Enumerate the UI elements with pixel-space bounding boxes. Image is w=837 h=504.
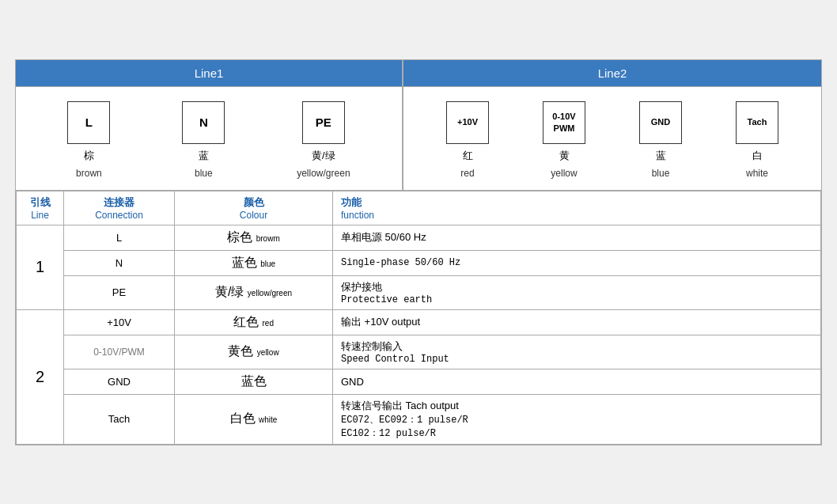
cell-colour: 黄色 yellow xyxy=(175,335,333,369)
function-en: Protective earth xyxy=(341,294,812,305)
connector-item: GND 蓝 blue xyxy=(639,101,682,179)
function-cn: 保护接地 xyxy=(341,280,812,294)
cell-connector: 0-10V/PWM xyxy=(64,335,175,369)
cell-colour: 红色 red xyxy=(175,309,333,335)
connector-label-cn: 黄/绿 xyxy=(312,149,335,163)
cell-function: 转速控制输入Speed Control Input xyxy=(333,335,821,369)
connector-item: +10V 红 red xyxy=(446,101,489,179)
cell-colour: 黄/绿 yellow/green xyxy=(175,275,333,309)
connector-label-cn: 白 xyxy=(752,149,763,163)
function-en: EC072、EC092：1 pulse/R xyxy=(341,413,812,426)
header-line1: Line1 xyxy=(16,60,403,86)
function-cn: GND xyxy=(341,376,812,388)
function-cn: 转速信号输出 Tach output xyxy=(341,399,812,413)
cell-connector: PE xyxy=(64,275,175,309)
cell-colour: 蓝色 blue xyxy=(175,250,333,275)
connector-item: Tach 白 white xyxy=(736,101,778,179)
connector-label-cn: 蓝 xyxy=(199,149,209,163)
cell-connector: Tach xyxy=(64,394,175,444)
connector-item: 0-10VPWM 黄 yellow xyxy=(543,101,585,179)
function-en: Speed Control Input xyxy=(341,354,812,365)
header-colour: 颜色 Colour xyxy=(175,191,333,225)
header-function: 功能 function xyxy=(333,191,821,225)
connector-label-en: yellow/green xyxy=(297,168,350,179)
cell-function: 单相电源 50/60 Hz xyxy=(333,225,821,250)
connector-item: PE 黄/绿 yellow/green xyxy=(297,101,350,179)
connector-label-en: white xyxy=(746,168,768,179)
function-cn: 输出 +10V output xyxy=(341,315,812,329)
connector-label-en: brown xyxy=(76,168,102,179)
header-line: 引线 Line xyxy=(17,191,64,225)
cell-line-number: 2 xyxy=(17,309,64,444)
cell-connector: +10V xyxy=(64,309,175,335)
cell-line-number: 1 xyxy=(17,225,64,309)
header-connection: 连接器 Connection xyxy=(64,191,175,225)
header-row: Line1 Line2 xyxy=(16,60,821,87)
connector-box: N xyxy=(182,101,225,144)
function-cn: 转速控制输入 xyxy=(341,339,812,354)
cell-function: 保护接地Protective earth xyxy=(333,275,821,309)
cell-function: Single-phase 50/60 Hz xyxy=(333,250,821,275)
connector-item: L 棕 brown xyxy=(67,101,110,179)
connector-box: PE xyxy=(302,101,345,144)
connector-label-en: yellow xyxy=(551,168,577,179)
cell-connector: L xyxy=(64,225,175,250)
table-row: 2+10V红色 red输出 +10V output xyxy=(17,309,821,335)
connector-box: GND xyxy=(639,101,682,144)
cell-connector: GND xyxy=(64,369,175,394)
connector-label-cn: 红 xyxy=(463,149,473,163)
connector-label-cn: 棕 xyxy=(84,149,94,163)
function-en: Single-phase 50/60 Hz xyxy=(341,257,812,268)
connector-label-en: red xyxy=(460,168,474,179)
table-row: GND蓝色GND xyxy=(17,369,821,394)
table-row: Tach白色 white转速信号输出 Tach outputEC072、EC09… xyxy=(17,394,821,444)
connector-box: +10V xyxy=(446,101,489,144)
function-en: EC102：12 pulse/R xyxy=(341,426,812,440)
table-header-row: 引线 Line 连接器 Connection 颜色 Colour 功能 func… xyxy=(17,191,821,225)
connector-item: N 蓝 blue xyxy=(182,101,225,179)
connector-box: L xyxy=(67,101,110,144)
connector-box: 0-10VPWM xyxy=(543,101,585,144)
cell-function: GND xyxy=(333,369,821,394)
table-row: 0-10V/PWM黄色 yellow转速控制输入Speed Control In… xyxy=(17,335,821,369)
main-container: Line1 Line2 L 棕 brown N 蓝 blue PE 黄/绿 ye… xyxy=(15,59,822,445)
connector-label-cn: 黄 xyxy=(559,149,570,163)
function-cn: 单相电源 50/60 Hz xyxy=(341,230,812,244)
cell-function: 输出 +10V output xyxy=(333,309,821,335)
cell-connector: N xyxy=(64,250,175,275)
cell-colour: 棕色 browm xyxy=(175,225,333,250)
diagram-row: L 棕 brown N 蓝 blue PE 黄/绿 yellow/green +… xyxy=(16,87,821,191)
diagram-line2: +10V 红 red 0-10VPWM 黄 yellow GND 蓝 blue … xyxy=(403,87,821,190)
cell-function: 转速信号输出 Tach outputEC072、EC092：1 pulse/RE… xyxy=(333,394,821,444)
table-row: N蓝色 blueSingle-phase 50/60 Hz xyxy=(17,250,821,275)
cell-colour: 蓝色 xyxy=(175,369,333,394)
connector-label-en: blue xyxy=(195,168,213,179)
header-line2: Line2 xyxy=(403,60,821,86)
table-row: 1L棕色 browm单相电源 50/60 Hz xyxy=(17,225,821,250)
connector-label-cn: 蓝 xyxy=(656,149,666,163)
table-wrapper: 引线 Line 连接器 Connection 颜色 Colour 功能 func… xyxy=(16,191,821,445)
cell-colour: 白色 white xyxy=(175,394,333,444)
connector-box: Tach xyxy=(736,101,778,144)
diagram-line1: L 棕 brown N 蓝 blue PE 黄/绿 yellow/green xyxy=(16,87,403,190)
connector-label-en: blue xyxy=(652,168,670,179)
data-table: 引线 Line 连接器 Connection 颜色 Colour 功能 func… xyxy=(16,191,821,445)
table-row: PE黄/绿 yellow/green保护接地Protective earth xyxy=(17,275,821,309)
